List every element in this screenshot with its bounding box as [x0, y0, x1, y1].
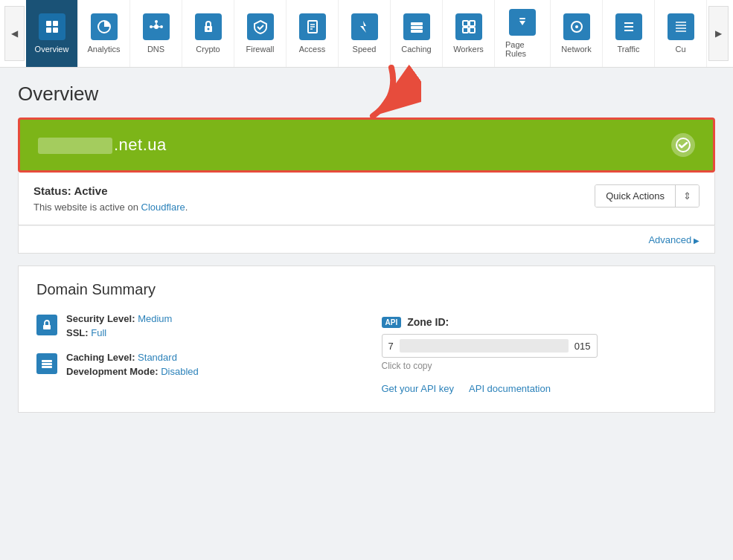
domain-blurred-part: [38, 138, 112, 154]
zone-id-end: 015: [569, 336, 597, 356]
svg-rect-42: [42, 366, 52, 368]
svg-rect-41: [42, 363, 52, 365]
svg-point-7: [160, 25, 163, 28]
security-item: Security Level: Medium SSL: Full: [36, 313, 352, 338]
advanced-row: Advanced: [18, 225, 715, 254]
domain-check-icon: [671, 133, 695, 157]
dev-mode-value[interactable]: Disabled: [161, 366, 199, 377]
cu-icon: [668, 13, 694, 40]
svg-point-29: [575, 25, 578, 28]
dev-mode-field: Development Mode: Disabled: [66, 366, 199, 377]
nav-item-page-rules[interactable]: Page Rules: [495, 0, 551, 67]
advanced-link[interactable]: Advanced: [648, 234, 700, 245]
svg-point-8: [150, 25, 153, 28]
domain-summary-title: Domain Summary: [36, 281, 697, 298]
caching-level-label: Caching Level:: [66, 352, 135, 363]
svg-rect-20: [411, 26, 423, 29]
zone-id-header: API Zone ID:: [382, 316, 697, 328]
speed-icon: [351, 13, 378, 40]
nav-items-container: Overview Analytics: [26, 0, 707, 67]
svg-rect-40: [42, 360, 52, 362]
security-icon: [36, 315, 57, 335]
nav-item-cu[interactable]: Cu: [655, 0, 707, 67]
nav-item-dns[interactable]: DNS: [130, 0, 182, 67]
dev-mode-label: Development Mode:: [66, 366, 159, 377]
svg-rect-22: [463, 21, 468, 26]
traffic-icon: [615, 13, 642, 40]
ssl-field: SSL: Full: [66, 327, 172, 338]
summary-left: Security Level: Medium SSL: Full: [36, 313, 352, 394]
main-content: Overview .net.ua Status: Active T: [0, 68, 733, 428]
svg-rect-19: [411, 22, 423, 25]
nav-right-arrow[interactable]: ▶: [708, 6, 729, 61]
network-label: Network: [561, 45, 591, 54]
zone-id-start: 7: [382, 336, 400, 356]
status-heading: Status: Active: [33, 184, 188, 197]
summary-grid: Security Level: Medium SSL: Full: [36, 313, 697, 394]
svg-rect-0: [46, 21, 51, 26]
click-to-copy[interactable]: Click to copy: [382, 361, 697, 371]
security-level-value[interactable]: Medium: [138, 313, 172, 324]
firewall-label: Firewall: [246, 45, 275, 54]
zone-id-input[interactable]: 7 015: [382, 334, 598, 358]
status-left: Status: Active This website is active on…: [33, 184, 188, 213]
zone-id-label: Zone ID:: [407, 316, 449, 328]
quick-actions-label: Quick Actions: [595, 185, 676, 207]
api-badge: API: [382, 317, 402, 328]
svg-marker-18: [360, 21, 366, 33]
analytics-icon: [91, 13, 118, 40]
security-level-field: Security Level: Medium: [66, 313, 172, 324]
zone-id-section: API Zone ID: 7 015 Click to copy Get you…: [382, 316, 697, 394]
svg-rect-23: [470, 21, 475, 26]
caching-label: Caching: [401, 45, 431, 54]
quick-actions-button[interactable]: Quick Actions ⇕: [595, 184, 700, 207]
summary-right: API Zone ID: 7 015 Click to copy Get you…: [382, 313, 697, 394]
status-section: Status: Active This website is active on…: [18, 173, 715, 225]
svg-rect-21: [411, 30, 423, 33]
svg-rect-3: [53, 28, 58, 33]
domain-summary: Domain Summary Security Level: M: [18, 265, 715, 413]
svg-rect-1: [53, 21, 58, 26]
ssl-value[interactable]: Full: [91, 327, 106, 338]
nav-item-overview[interactable]: Overview: [26, 0, 78, 67]
security-fields: Security Level: Medium SSL: Full: [66, 313, 172, 338]
nav-left-arrow[interactable]: ◀: [4, 6, 25, 61]
nav-item-analytics[interactable]: Analytics: [78, 0, 130, 67]
security-level-label: Security Level:: [66, 313, 135, 324]
get-api-key-link[interactable]: Get your API key: [382, 383, 455, 394]
traffic-label: Traffic: [618, 45, 640, 54]
nav-item-speed[interactable]: Speed: [339, 0, 391, 67]
overview-icon: [39, 13, 65, 40]
domain-name: .net.ua: [38, 135, 167, 155]
svg-point-5: [154, 25, 159, 29]
status-description: This website is active on Cloudflare.: [33, 202, 188, 213]
svg-rect-27: [519, 18, 525, 19]
svg-rect-24: [463, 28, 468, 33]
ssl-label: SSL:: [66, 327, 89, 338]
dns-label: DNS: [147, 45, 164, 54]
domain-suffix: .net.ua: [114, 135, 167, 154]
nav-item-caching[interactable]: Caching: [391, 0, 443, 67]
status-right: Quick Actions ⇕: [595, 184, 700, 207]
cloudflare-link[interactable]: Cloudflare: [141, 202, 185, 213]
page-rules-icon: [509, 9, 536, 36]
caching-icon: [403, 13, 430, 40]
svg-point-6: [155, 20, 158, 23]
workers-label: Workers: [453, 45, 484, 54]
svg-rect-2: [46, 28, 51, 33]
network-icon: [563, 13, 590, 40]
api-links: Get your API key API documentation: [382, 383, 697, 394]
svg-point-13: [207, 28, 209, 30]
nav-item-firewall[interactable]: Firewall: [234, 0, 287, 67]
nav-item-network[interactable]: Network: [551, 0, 603, 67]
nav-item-access[interactable]: Access: [287, 0, 339, 67]
nav-item-traffic[interactable]: Traffic: [603, 0, 655, 67]
caching-level-value[interactable]: Standard: [138, 352, 177, 363]
svg-rect-25: [470, 28, 475, 33]
nav-item-workers[interactable]: Workers: [443, 0, 495, 67]
page-rules-label: Page Rules: [505, 40, 540, 58]
api-documentation-link[interactable]: API documentation: [469, 383, 551, 394]
nav-item-crypto[interactable]: Crypto: [182, 0, 234, 67]
dns-icon: [143, 13, 170, 40]
access-icon: [299, 13, 326, 40]
